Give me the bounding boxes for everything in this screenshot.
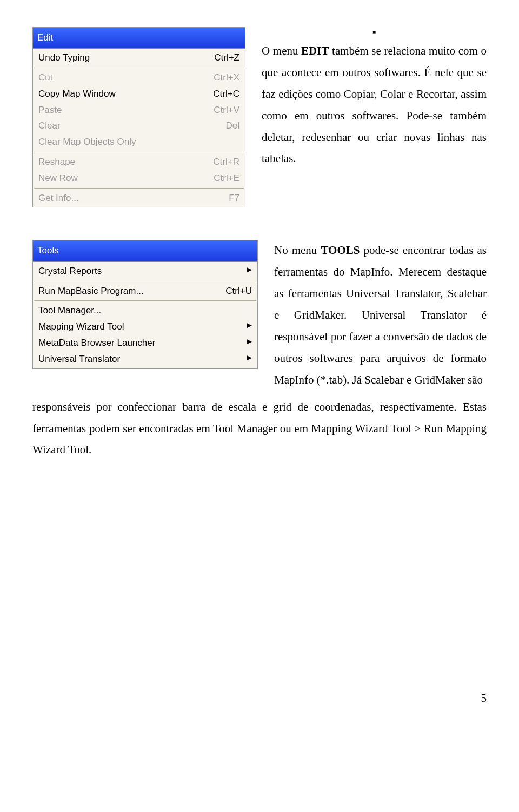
edit-menu-title: Edit [33,28,245,49]
page-number: 5 [32,688,487,709]
menu-item: New RowCtrl+E [33,170,245,186]
menu-item-label: Crystal Reports [38,265,102,278]
text: também se relaciona muito com o que acon… [262,44,487,165]
menu-item-label: Tool Manager... [38,304,101,317]
menu-item-label: New Row [38,172,78,185]
menu-separator [34,281,256,281]
menu-item-label: Paste [38,104,62,117]
submenu-arrow-icon: ▶ [247,320,252,333]
menu-separator [34,300,256,301]
menu-item-label: Undo Typing [38,51,90,64]
paragraph-tools: No menu TOOLS pode-se encontrar todas as… [274,240,487,391]
menu-item-label: Get Info... [38,192,79,205]
menu-item-label: Run MapBasic Program... [38,285,144,298]
menu-separator [34,68,244,68]
menu-item[interactable]: MetaData Browser Launcher▶ [33,335,257,351]
menu-item[interactable]: Tool Manager... [33,303,257,319]
menu-item[interactable]: Undo TypingCtrl+Z [33,50,245,66]
menu-item[interactable]: Universal Translator▶ [33,351,257,367]
bullet-marker: ■ [262,27,487,37]
menu-item-label: MetaData Browser Launcher [38,337,155,350]
menu-item: Clear Map Objects Only [33,134,245,150]
menu-item-label: Cut [38,71,52,84]
submenu-arrow-icon: ▶ [247,353,252,366]
menu-item-shortcut: Ctrl+R [200,156,239,169]
text: No menu [274,244,321,257]
edit-menu: Edit Undo TypingCtrl+ZCutCtrl+XCopy Map … [32,27,245,207]
menu-item-label: Copy Map Window [38,88,116,100]
menu-item-shortcut: F7 [216,192,239,205]
menu-item-label: Clear Map Objects Only [38,136,136,149]
menu-item-shortcut [239,304,252,317]
menu-separator [34,152,244,152]
text: pode-se encontrar todas as ferramentas d… [274,244,487,386]
menu-item-label: Reshape [38,156,75,169]
menu-item: ReshapeCtrl+R [33,154,245,170]
tools-menu: Tools Crystal Reports▶Run MapBasic Progr… [32,240,258,368]
text-bold: TOOLS [321,244,360,257]
menu-item-shortcut: Ctrl+E [201,172,239,185]
menu-item[interactable]: Copy Map WindowCtrl+C [33,86,245,102]
menu-item-shortcut [227,136,239,149]
menu-item: Get Info...F7 [33,190,245,206]
menu-item-shortcut: Ctrl+U [212,285,252,298]
menu-item: ClearDel [33,118,245,134]
menu-item: PasteCtrl+V [33,102,245,118]
menu-item-shortcut: Ctrl+C [200,88,239,100]
menu-item-shortcut: Del [212,119,239,132]
submenu-arrow-icon: ▶ [247,337,252,350]
paragraph-edit: O menu EDIT também se relaciona muito co… [262,41,487,170]
tools-menu-title: Tools [33,240,257,261]
menu-item-label: Clear [38,119,61,132]
submenu-arrow-icon: ▶ [247,265,252,278]
paragraph-tools-continued: responsáveis por confeccionar barra de e… [32,397,487,461]
menu-item[interactable]: Run MapBasic Program...Ctrl+U [33,283,257,299]
menu-item-shortcut: Ctrl+X [201,71,239,84]
menu-item[interactable]: Mapping Wizard Tool▶ [33,319,257,335]
menu-item-label: Mapping Wizard Tool [38,320,124,333]
menu-item-shortcut: Ctrl+Z [201,51,239,64]
text-bold: EDIT [301,44,329,57]
menu-item: CutCtrl+X [33,70,245,86]
menu-item-shortcut: Ctrl+V [201,104,239,117]
menu-separator [34,188,244,189]
menu-item-label: Universal Translator [38,353,120,366]
text: O menu [262,44,301,57]
menu-item[interactable]: Crystal Reports▶ [33,263,257,279]
